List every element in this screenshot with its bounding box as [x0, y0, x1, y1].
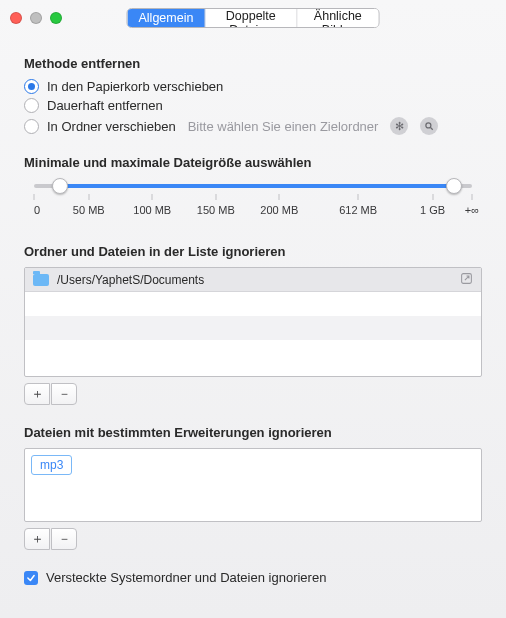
remove-extension-button[interactable]: －: [51, 528, 77, 550]
reveal-icon[interactable]: [460, 272, 473, 288]
slider-tick: [152, 194, 153, 200]
radio-icon: [24, 119, 39, 134]
checkbox-icon: [24, 571, 38, 585]
list-item-empty: [25, 340, 481, 364]
radio-label: In den Papierkorb verschieben: [47, 79, 223, 94]
add-folder-button[interactable]: ＋: [24, 383, 50, 405]
size-range-slider[interactable]: [34, 184, 472, 188]
slider-thumb-max[interactable]: [446, 178, 462, 194]
radio-label: Dauerhaft entfernen: [47, 98, 163, 113]
slider-tick: [432, 194, 433, 200]
tab-duplicate-files[interactable]: Doppelte Dateien: [205, 9, 297, 27]
remove-method-title: Methode entfernen: [24, 56, 482, 71]
remove-method-folder[interactable]: In Ordner verschieben Bitte wählen Sie e…: [24, 117, 482, 135]
remove-method-permanent[interactable]: Dauerhaft entfernen: [24, 98, 482, 113]
ignore-folders-list[interactable]: /Users/YaphetS/Documents: [24, 267, 482, 377]
tab-general[interactable]: Allgemein: [128, 9, 206, 27]
slider-tick-label: 150 MB: [197, 204, 235, 216]
radio-label: In Ordner verschieben: [47, 119, 176, 134]
traffic-lights: [10, 12, 62, 24]
tab-segmented-control: Allgemein Doppelte Dateien Ähnliche Bild…: [127, 8, 380, 28]
svg-point-0: [426, 123, 431, 128]
slider-fill: [60, 184, 454, 188]
slider-tick: [34, 194, 35, 200]
gear-icon[interactable]: ✻: [390, 117, 408, 135]
slider-tick-label: 200 MB: [260, 204, 298, 216]
slider-tick-label: 100 MB: [133, 204, 171, 216]
list-item-empty: [25, 316, 481, 340]
slider-tick-label: +∞: [465, 204, 479, 216]
folder-icon: [33, 274, 49, 286]
size-slider-title: Minimale und maximale Dateigröße auswähl…: [24, 155, 482, 170]
tab-similar-images[interactable]: Ähnliche Bilder: [297, 9, 378, 27]
radio-icon: [24, 98, 39, 113]
slider-tick-label: 1 GB: [420, 204, 445, 216]
zoom-window-button[interactable]: [50, 12, 62, 24]
ignore-list-title: Ordner und Dateien in der Liste ignorier…: [24, 244, 482, 259]
radio-icon: [24, 79, 39, 94]
slider-tick: [472, 194, 473, 200]
list-item-path: /Users/YaphetS/Documents: [57, 273, 452, 287]
slider-thumb-min[interactable]: [52, 178, 68, 194]
ignore-extensions-list[interactable]: mp3: [24, 448, 482, 522]
checkbox-label: Versteckte Systemordner und Dateien igno…: [46, 570, 326, 585]
folder-hint: Bitte wählen Sie einen Zielordner: [188, 119, 379, 134]
ignore-hidden-checkbox[interactable]: Versteckte Systemordner und Dateien igno…: [24, 570, 482, 585]
slider-tick-label: 0: [34, 204, 40, 216]
slider-tick-label: 612 MB: [339, 204, 377, 216]
remove-folder-button[interactable]: －: [51, 383, 77, 405]
search-icon[interactable]: [420, 117, 438, 135]
slider-tick: [358, 194, 359, 200]
svg-line-1: [431, 127, 434, 130]
list-item-empty: [25, 292, 481, 316]
slider-tick: [215, 194, 216, 200]
extension-tag[interactable]: mp3: [31, 455, 72, 475]
slider-tick: [279, 194, 280, 200]
add-extension-button[interactable]: ＋: [24, 528, 50, 550]
list-item[interactable]: /Users/YaphetS/Documents: [25, 268, 481, 292]
slider-tick-label: 50 MB: [73, 204, 105, 216]
window-titlebar: Allgemein Doppelte Dateien Ähnliche Bild…: [0, 0, 506, 36]
ignore-ext-title: Dateien mit bestimmten Erweiterungen ign…: [24, 425, 482, 440]
close-window-button[interactable]: [10, 12, 22, 24]
minimize-window-button[interactable]: [30, 12, 42, 24]
remove-method-trash[interactable]: In den Papierkorb verschieben: [24, 79, 482, 94]
slider-tick: [88, 194, 89, 200]
